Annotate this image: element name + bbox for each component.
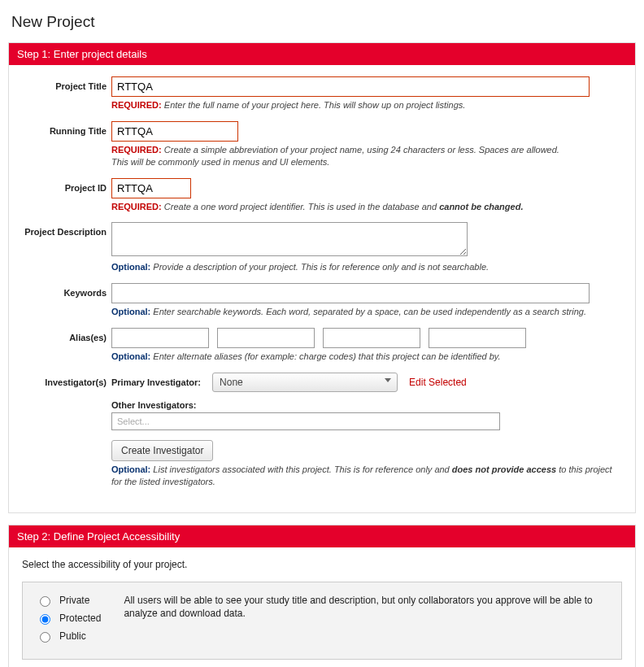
row-description: Project Description Optional: Provide a … [22,222,622,273]
row-project-title: Project Title REQUIRED: Enter the full n… [22,76,622,111]
protected-radio[interactable] [40,614,50,625]
radio-option-private[interactable]: Private [36,594,101,607]
help-keywords: Optional: Enter searchable keywords. Eac… [111,306,622,318]
optional-tag: Optional: [111,464,150,474]
optional-tag: Optional: [111,351,150,361]
label-running-title: Running Title [22,121,111,136]
row-running-title: Running Title REQUIRED: Create a simple … [22,121,622,168]
step1-header: Step 1: Enter project details [9,43,635,65]
help-text-bold: does not provide access [452,464,556,474]
alias-input-2[interactable] [217,328,315,348]
alias-input-4[interactable] [429,328,526,348]
other-investigators-select[interactable]: Select... [111,412,500,430]
help-project-title: REQUIRED: Enter the full name of your pr… [111,99,622,111]
accessibility-options: Private Protected Public [36,594,101,647]
help-text-pre: Create a one word project identifier. Th… [164,202,439,211]
label-aliases: Alias(es) [22,328,111,342]
page-title: New Project [11,13,636,31]
help-text: Provide a description of your project. T… [153,262,489,272]
radio-option-protected[interactable]: Protected [36,612,101,625]
help-text-line1: Create a simple abbreviation of your pro… [164,145,559,155]
required-tag: REQUIRED: [111,145,162,155]
protected-label: Protected [59,613,101,624]
accessibility-intro: Select the accessibility of your project… [22,559,622,573]
public-label: Public [59,630,86,642]
project-id-input[interactable] [111,178,191,198]
edit-selected-link[interactable]: Edit Selected [409,377,467,388]
row-investigators: Investigator(s) Primary Investigator: No… [22,373,622,488]
optional-tag: Optional: [111,262,150,272]
label-investigators: Investigator(s) [22,373,111,387]
primary-investigator-label: Primary Investigator: [111,377,201,387]
accessibility-description: All users will be able to see your study… [124,594,608,647]
label-keywords: Keywords [22,283,111,298]
optional-tag: Optional: [111,307,150,316]
step2-panel: Step 2: Define Project Accessibility Sel… [8,525,636,667]
row-keywords: Keywords Optional: Enter searchable keyw… [22,283,622,318]
alias-input-3[interactable] [323,328,420,348]
help-text: Enter searchable keywords. Each word, se… [153,307,586,316]
description-textarea[interactable] [111,222,468,256]
public-radio[interactable] [40,632,50,643]
help-text-line2: This will be commonly used in menus and … [111,157,329,167]
primary-investigator-select[interactable]: None [212,373,398,392]
help-project-id: REQUIRED: Create a one word project iden… [111,201,622,213]
required-tag: REQUIRED: [111,100,162,110]
label-project-id: Project ID [22,178,111,193]
label-description: Project Description [22,222,111,237]
create-investigator-button[interactable]: Create Investigator [111,440,213,461]
row-aliases: Alias(es) Optional: Enter alternate alia… [22,328,622,363]
keywords-input[interactable] [111,283,590,303]
help-text-bold: cannot be changed. [439,202,523,211]
project-title-input[interactable] [111,76,590,97]
step1-panel: Step 1: Enter project details Project Ti… [8,42,636,513]
chevron-down-icon [385,378,391,382]
help-aliases: Optional: Enter alternate aliases (for e… [111,351,622,363]
help-description: Optional: Provide a description of your … [111,261,622,273]
row-project-id: Project ID REQUIRED: Create a one word p… [22,178,622,213]
help-text: Enter the full name of your project here… [164,100,466,110]
help-text: Enter alternate aliases (for example: ch… [153,351,500,361]
help-text-pre: List investigators associated with this … [153,464,451,474]
primary-investigator-value: None [220,377,243,388]
label-project-title: Project Title [22,76,111,91]
required-tag: REQUIRED: [111,202,162,211]
private-label: Private [59,595,89,606]
other-investigators-label: Other Investigators: [111,400,622,410]
step2-header: Step 2: Define Project Accessibility [9,525,635,547]
alias-input-1[interactable] [111,328,209,348]
accessibility-box: Private Protected Public All users will … [22,582,622,660]
running-title-input[interactable] [111,121,238,142]
private-radio[interactable] [40,596,50,607]
radio-option-public[interactable]: Public [36,630,101,643]
help-running-title: REQUIRED: Create a simple abbreviation o… [111,144,622,168]
help-investigators: Optional: List investigators associated … [111,464,622,488]
